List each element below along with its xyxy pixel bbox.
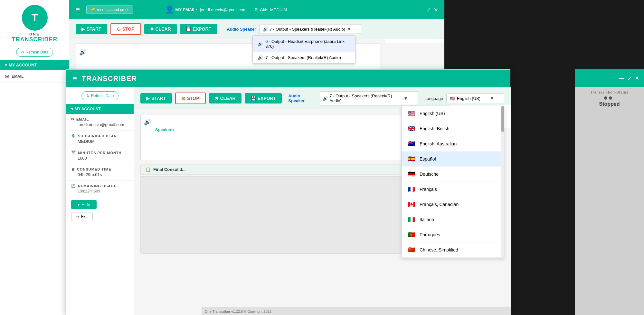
audio-speaker-dropdown-behind[interactable]: 🔊 7 - Output - Speakers (Realtek(R) Audi…: [259, 24, 361, 34]
flag-fr: 🇫🇷: [408, 186, 416, 193]
front-sidebar: ↻ Refresh Data ▾ MY ACCOUNT ✉ EMAIL joe.…: [66, 87, 134, 315]
minutes-section-front: 📅 MINUTES PER MONTH 1000: [66, 147, 134, 164]
stop-label-front: STOP: [187, 96, 199, 101]
lang-option-de[interactable]: 🇩🇪 Deutsche: [402, 167, 504, 182]
header-behind: ≡ 🔐 reset cached cred. 👤 MY EMAIL: joe.d…: [69, 0, 444, 19]
hamburger-icon-front[interactable]: ≡: [73, 74, 77, 83]
stop-icon-behind: ⊙: [117, 26, 121, 32]
speaker-icon-behind: 🔊: [263, 27, 268, 32]
refresh-label-front: Refresh Data: [91, 94, 114, 98]
clear-label-front: CLEAR: [220, 96, 236, 101]
lang-option-it[interactable]: 🇮🇹 Italiano: [402, 212, 504, 227]
stop-button-behind[interactable]: ⊙ STOP: [110, 23, 141, 35]
hamburger-icon-behind[interactable]: ≡: [76, 5, 80, 14]
lock-icon-behind: 🔐: [90, 7, 95, 12]
maximize-button-behind[interactable]: ⤢: [426, 7, 431, 13]
flag-en-us: 🇺🇸: [408, 110, 416, 117]
logo-sidebar-behind: T ONE TRANSCRIBER ↻ Refresh Data ▾ MY AC…: [0, 0, 69, 315]
export-icon-front: 💾: [251, 96, 256, 101]
app-title-front: TRANSCRIBER: [82, 74, 137, 83]
chevron-down-icon-behind: ▾: [5, 63, 7, 67]
stop-button-front[interactable]: ⊙ STOP: [175, 93, 206, 104]
lang-option-pt[interactable]: 🇵🇹 Português: [402, 227, 504, 242]
minimize-right[interactable]: —: [619, 75, 624, 81]
lang-option-fr-ca[interactable]: 🇨🇦 Français, Canadian: [402, 197, 504, 212]
refresh-button-behind[interactable]: ↻ Refresh Data: [16, 48, 53, 57]
exit-button-front[interactable]: ↪ Exit: [71, 212, 93, 221]
start-label-behind: START: [87, 26, 101, 32]
clear-button-behind[interactable]: ✖ CLEAR: [144, 24, 177, 34]
language-selected-front: English (US): [457, 96, 480, 101]
plan-section-front: 💲 SUBSCRIBED PLAN MEDIUM: [66, 131, 134, 147]
flag-en-au: 🇦🇺: [408, 140, 416, 147]
clear-button-front[interactable]: ✖ CLEAR: [209, 93, 242, 103]
close-button-behind[interactable]: ✕: [434, 7, 438, 13]
export-button-behind[interactable]: 💾 EXPORT: [180, 24, 217, 34]
right-transcription-status: Transcription-Status - Stopped: [575, 87, 644, 110]
right-dark-panel-behind: [444, 0, 644, 69]
lang-label-en-gb: English, British: [420, 126, 450, 131]
play-icon-front: ▶: [146, 96, 150, 101]
hide-label-front: Hide: [81, 202, 90, 207]
close-right[interactable]: ✕: [635, 75, 639, 81]
lang-option-es[interactable]: 🇪🇸 Español: [402, 152, 504, 167]
clear-label-behind: CLEAR: [156, 26, 171, 32]
audio-option-2[interactable]: 🔊 7 - Output - Speakers (Realtek(R) Audi…: [253, 52, 355, 63]
audio-speaker-section-behind: Audio Speaker 🔊 7 - Output - Speakers (R…: [227, 24, 361, 34]
plan-icon-front: 💲: [71, 134, 76, 138]
lang-option-fr[interactable]: 🇫🇷 Français: [402, 182, 504, 197]
final-consolidated-area: [140, 176, 443, 254]
audio-option-1[interactable]: 🔊 6 - Output - Headset Earphone (Jabra L…: [253, 36, 355, 52]
lang-option-en-us[interactable]: 🇺🇸 English (US): [402, 106, 504, 121]
audio-dropdown-menu-behind: 🔊 6 - Output - Headset Earphone (Jabra L…: [252, 35, 355, 64]
version-label: One Transcriber v1.22.6 © Copyright 2022: [205, 310, 271, 313]
bottom-bar: One Transcriber v1.22.6 © Copyright 2022: [202, 307, 511, 315]
hide-button-front[interactable]: ▾ Hide: [71, 200, 97, 209]
email-label-front: EMAIL: [76, 117, 89, 121]
email-value-behind: joe.di.nuccio@gmail.com: [200, 7, 247, 12]
lang-scrollbar[interactable]: [501, 106, 504, 258]
ts-stopped-right: Stopped: [578, 101, 641, 107]
language-dropdown-front[interactable]: 🇺🇸 English (US) ▼: [446, 94, 504, 103]
audio-speaker-section-front: Audio Speaker 🔊 7 - Output - Speakers (R…: [288, 91, 418, 105]
speaker-icon-2: 🔊: [258, 55, 263, 60]
window-front: ≡ TRANSCRIBER ↻ Refresh Data ▾ MY ACCOUN…: [66, 69, 510, 315]
lang-label-en-au: English, Australian: [420, 141, 457, 146]
lang-label-fr: Français: [420, 187, 437, 192]
lang-option-en-gb[interactable]: 🇬🇧 English, British: [402, 121, 504, 136]
lang-option-en-au[interactable]: 🇦🇺 English, Australian: [402, 136, 504, 152]
remaining-section-front: 🔄 REMAINING USAGE 10h:12m:59s: [66, 181, 134, 197]
stop-label-behind: STOP: [122, 26, 135, 32]
plan-value-front: MEDIUM: [78, 139, 129, 144]
start-button-front[interactable]: ▶ START: [140, 93, 172, 103]
monitor-icon-front: 🖥: [71, 167, 75, 171]
audio-speaker-dropdown-front[interactable]: 🔊 7 - Output - Speakers (Realtek(R) Audi…: [319, 91, 418, 105]
export-button-front[interactable]: 💾 EXPORT: [245, 93, 282, 103]
lang-option-zh[interactable]: 🇨🇳 Chinese, Simplified: [402, 242, 504, 258]
volume-icon-behind: 🔊: [79, 49, 86, 56]
account-label-behind: MY ACCOUNT: [9, 63, 37, 67]
minimize-button-behind[interactable]: —: [418, 7, 423, 13]
toolbar-behind: ▶ START ⊙ STOP ✖ CLEAR 💾 EXPORT Audio Sp…: [69, 19, 444, 39]
minutes-label-front: MINUTES PER MONTH: [78, 151, 122, 155]
export-icon-behind: 💾: [186, 26, 191, 32]
dropdown-arrow-front-audio: ▼: [403, 96, 408, 101]
email-icon-front: ✉: [71, 117, 74, 121]
export-label-behind: EXPORT: [193, 26, 212, 32]
remaining-title-front: 🔄 REMAINING USAGE: [71, 184, 129, 188]
lang-scrollbar-thumb[interactable]: [501, 106, 504, 132]
window-controls-behind: — ⤢ ✕: [418, 7, 438, 13]
refresh-button-front[interactable]: ↻ Refresh Data: [81, 91, 119, 100]
remaining-value-front: 10h:12m:59s: [78, 189, 129, 193]
calendar-icon-front: 📅: [71, 151, 76, 155]
maximize-right[interactable]: ⤢: [628, 75, 632, 81]
reset-button-behind[interactable]: 🔐 reset cached cred.: [86, 5, 133, 14]
front-toolbar: ▶ START ⊙ STOP ✖ CLEAR 💾 EXPORT Audio Sp…: [134, 87, 511, 109]
language-section-front: Language 🇺🇸 English (US) ▼ 🇺🇸 English (U…: [424, 94, 504, 103]
audio-option-2-label: 7 - Output - Speakers (Realtek(R) Audio): [265, 55, 341, 60]
audio-selected-behind: 7 - Output - Speakers (Realtek(R) Audio): [270, 27, 345, 32]
start-button-behind[interactable]: ▶ START: [76, 24, 107, 34]
right-gray-panel: — ⤢ ✕ Transcription-Status - Stopped: [575, 69, 644, 315]
minutes-title-front: 📅 MINUTES PER MONTH: [71, 151, 129, 155]
transcript-content: 🔊: [144, 118, 440, 126]
